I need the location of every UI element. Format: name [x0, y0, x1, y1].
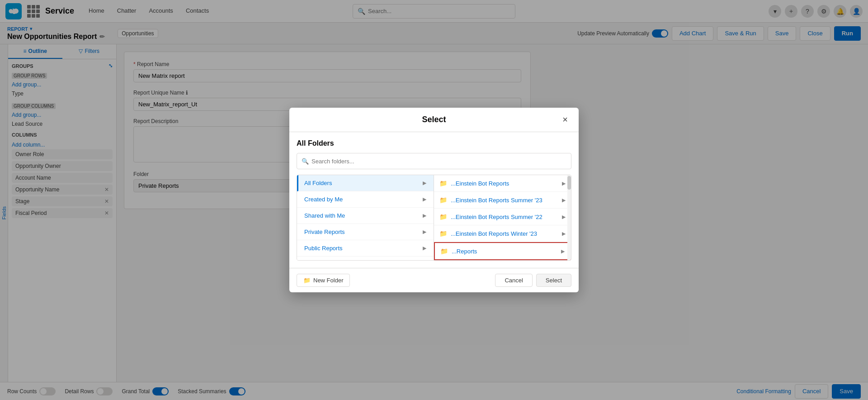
- modal-close-button[interactable]: ×: [559, 113, 571, 126]
- folder-einstein-summer23-name: ...Einstein Bot Reports Summer '23: [451, 197, 542, 204]
- select-folder-modal: Select × All Folders 🔍 All Folders ▶ Cre…: [289, 108, 579, 292]
- modal-select-button[interactable]: Select: [536, 274, 571, 287]
- modal-cancel-button[interactable]: Cancel: [495, 274, 532, 287]
- folder-list-left: All Folders ▶ Created by Me ▶ Shared wit…: [297, 175, 434, 260]
- all-folders-label: All Folders: [304, 180, 332, 186]
- modal-backdrop: Select × All Folders 🔍 All Folders ▶ Cre…: [0, 0, 868, 400]
- folder-einstein-summer22-icon: 📁: [439, 213, 447, 220]
- folder-right-einstein-bot-left: 📁 ...Einstein Bot Reports: [439, 180, 509, 187]
- new-folder-icon: 📁: [303, 277, 311, 284]
- folder-einstein-winter23-chevron: ▶: [562, 231, 566, 237]
- folder-right-reports[interactable]: 📁 ...Reports ▶: [434, 242, 571, 260]
- folder-einstein-bot-chevron: ▶: [562, 181, 566, 186]
- modal-scroll-thumb: [567, 176, 571, 190]
- modal-footer: 📁 New Folder Cancel Select: [289, 268, 579, 292]
- new-folder-label: New Folder: [313, 277, 343, 284]
- public-reports-label: Public Reports: [304, 245, 343, 252]
- folder-einstein-summer23-icon: 📁: [439, 196, 447, 204]
- modal-search-box[interactable]: 🔍: [297, 153, 571, 169]
- public-reports-chevron: ▶: [423, 245, 426, 251]
- folder-item-created-by-me[interactable]: Created by Me ▶: [297, 191, 434, 208]
- folder-item-all-folders[interactable]: All Folders ▶: [297, 175, 434, 191]
- folder-right-einstein-summer22-left: 📁 ...Einstein Bot Reports Summer '22: [439, 213, 542, 220]
- modal-folder-list: All Folders ▶ Created by Me ▶ Shared wit…: [297, 175, 571, 261]
- private-reports-chevron: ▶: [423, 229, 426, 235]
- modal-header: Select ×: [289, 108, 579, 132]
- modal-scroll-bar[interactable]: [567, 175, 571, 260]
- modal-title: Select: [298, 115, 570, 124]
- folder-reports-name: ...Reports: [452, 248, 477, 255]
- new-folder-button[interactable]: 📁 New Folder: [297, 274, 350, 287]
- folder-right-reports-left: 📁 ...Reports: [440, 248, 477, 255]
- folder-einstein-summer23-chevron: ▶: [562, 197, 566, 203]
- all-folders-chevron: ▶: [423, 180, 426, 186]
- modal-search-icon: 🔍: [302, 158, 309, 165]
- folder-right-einstein-winter23[interactable]: 📁 ...Einstein Bot Reports Winter '23 ▶: [434, 225, 571, 242]
- folder-item-shared-with-me[interactable]: Shared with Me ▶: [297, 208, 434, 224]
- folder-einstein-summer22-name: ...Einstein Bot Reports Summer '22: [451, 214, 542, 220]
- folder-right-einstein-summer23[interactable]: 📁 ...Einstein Bot Reports Summer '23 ▶: [434, 192, 571, 209]
- folder-list-right: 📁 ...Einstein Bot Reports ▶ 📁 ...Einstei…: [434, 175, 571, 260]
- folder-right-einstein-summer22[interactable]: 📁 ...Einstein Bot Reports Summer '22 ▶: [434, 209, 571, 225]
- folder-einstein-winter23-icon: 📁: [439, 230, 447, 237]
- all-folders-heading: All Folders: [297, 139, 571, 148]
- shared-with-me-label: Shared with Me: [304, 212, 345, 219]
- folder-einstein-bot-name: ...Einstein Bot Reports: [451, 180, 509, 187]
- created-by-me-chevron: ▶: [423, 196, 426, 202]
- modal-body: All Folders 🔍 All Folders ▶ Created by M…: [289, 132, 579, 268]
- folder-right-einstein-winter23-left: 📁 ...Einstein Bot Reports Winter '23: [439, 230, 537, 237]
- folder-einstein-winter23-name: ...Einstein Bot Reports Winter '23: [451, 230, 537, 237]
- shared-with-me-chevron: ▶: [423, 213, 426, 219]
- modal-search-input[interactable]: [311, 158, 566, 165]
- folder-reports-icon: 📁: [440, 248, 448, 255]
- private-reports-label: Private Reports: [304, 229, 345, 235]
- folder-einstein-summer22-chevron: ▶: [562, 214, 566, 220]
- created-by-me-label: Created by Me: [304, 196, 343, 203]
- folder-item-private-reports[interactable]: Private Reports ▶: [297, 224, 434, 240]
- modal-footer-right: Cancel Select: [495, 274, 571, 287]
- folder-reports-chevron: ▶: [561, 248, 565, 254]
- folder-right-einstein-summer23-left: 📁 ...Einstein Bot Reports Summer '23: [439, 196, 542, 204]
- folder-einstein-bot-icon: 📁: [439, 180, 447, 187]
- folder-item-public-reports[interactable]: Public Reports ▶: [297, 240, 434, 257]
- folder-right-einstein-bot[interactable]: 📁 ...Einstein Bot Reports ▶: [434, 175, 571, 192]
